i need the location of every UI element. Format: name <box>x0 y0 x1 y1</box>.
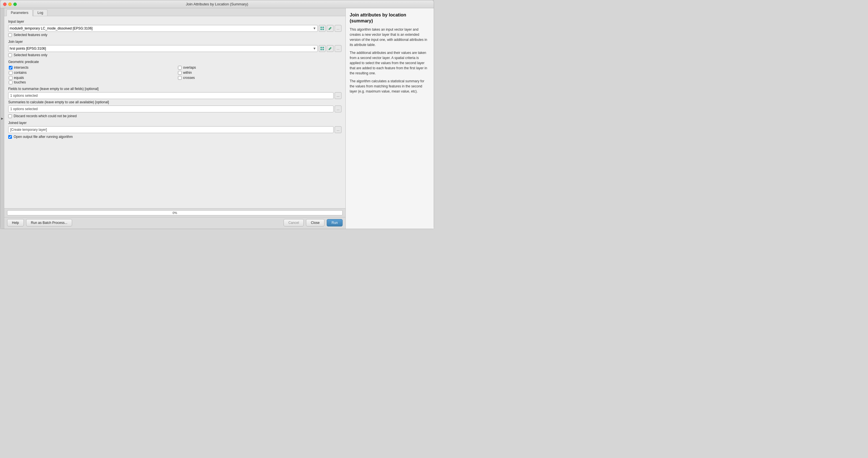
summaries-calculate-combo[interactable]: 1 options selected <box>8 105 334 112</box>
maximize-window-button[interactable] <box>13 3 17 6</box>
predicate-overlaps: overlaps <box>178 65 341 70</box>
predicate-within: within <box>178 70 341 75</box>
predicate-overlaps-label: overlaps <box>183 66 196 69</box>
svg-rect-1 <box>322 27 324 28</box>
input-layer-row: module9_temporary LC_mode_dissolved [EPS… <box>8 25 341 32</box>
predicate-contains: contains <box>9 70 172 75</box>
open-output-checkbox[interactable] <box>8 135 12 139</box>
join-layer-selected-features-row: Selected features only <box>8 53 341 57</box>
input-layer-combo[interactable]: module9_temporary LC_mode_dissolved [EPS… <box>8 25 318 32</box>
join-layer-selected-features-checkbox[interactable] <box>8 53 12 57</box>
fields-summarise-more-button[interactable]: … <box>335 92 341 99</box>
input-layer-selected-features-checkbox[interactable] <box>8 33 12 37</box>
predicate-touches-label: touches <box>14 80 26 84</box>
side-panel-title: Join attributes by location (summary) <box>350 12 430 24</box>
summaries-calculate-label: Summaries to calculate (leave empty to u… <box>8 100 341 104</box>
progress-area: 0% <box>4 208 345 217</box>
fields-summarise-label: Fields to summarise (leave empty to use … <box>8 87 341 91</box>
predicate-overlaps-checkbox[interactable] <box>178 66 182 69</box>
joined-layer-row: [Create temporary layer] … <box>8 126 341 133</box>
fields-summarise-value: 1 options selected <box>10 94 38 98</box>
open-output-label: Open output file after running algorithm <box>13 135 73 139</box>
join-layer-combo[interactable]: hrsl points [EPSG:3106] ▼ <box>8 45 318 52</box>
predicate-equals-checkbox[interactable] <box>9 76 12 80</box>
run-button[interactable]: Run <box>327 219 343 226</box>
close-button[interactable]: Close <box>306 219 324 226</box>
predicate-intersects-checkbox[interactable] <box>9 66 12 69</box>
input-layer-edit-icon[interactable] <box>327 25 334 32</box>
open-output-row: Open output file after running algorithm <box>8 135 341 139</box>
join-layer-value: hrsl points [EPSG:3106] <box>10 46 46 51</box>
geometric-predicate-label: Geometric predicate <box>8 60 341 64</box>
discard-records-checkbox[interactable] <box>8 115 12 118</box>
predicate-within-label: within <box>183 71 192 75</box>
help-button[interactable]: Help <box>7 219 24 226</box>
input-layer-selected-features-row: Selected features only <box>8 33 341 37</box>
side-panel-desc-3: The algorithm calculates a statistical s… <box>350 78 430 94</box>
predicate-intersects: intersects <box>9 65 172 70</box>
tab-parameters[interactable]: Parameters <box>6 9 33 16</box>
run-as-batch-button[interactable]: Run as Batch Process... <box>26 219 72 226</box>
geometric-predicate-section: intersects overlaps contains within <box>8 65 341 85</box>
svg-rect-5 <box>322 47 324 48</box>
minimize-window-button[interactable] <box>8 3 12 6</box>
discard-records-label: Discard records which could not be joine… <box>13 114 76 118</box>
predicate-contains-checkbox[interactable] <box>9 71 12 75</box>
joined-layer-label: Joined layer <box>8 121 341 125</box>
svg-rect-3 <box>322 29 324 30</box>
predicate-crosses-label: crosses <box>183 76 195 80</box>
right-button-group: Cancel Close Run <box>284 219 343 226</box>
predicate-crosses-checkbox[interactable] <box>178 76 182 80</box>
input-layer-selected-features-label: Selected features only <box>13 33 48 37</box>
title-bar: Join Attributes by Location (Summary) <box>0 0 434 8</box>
side-panel: Join attributes by location (summary) Th… <box>346 8 434 229</box>
join-layer-label: Join layer <box>8 40 341 44</box>
progress-bar: 0% <box>7 210 343 216</box>
close-window-button[interactable] <box>3 3 6 6</box>
joined-layer-value: [Create temporary layer] <box>10 128 47 132</box>
side-panel-desc-2: The additional attributes and their valu… <box>350 50 430 76</box>
joined-layer-input[interactable]: [Create temporary layer] <box>8 126 334 133</box>
summaries-calculate-value: 1 options selected <box>10 107 38 111</box>
join-layer-more-icon[interactable]: … <box>335 45 341 52</box>
predicate-within-checkbox[interactable] <box>178 71 182 75</box>
predicate-crosses: crosses <box>178 75 341 80</box>
summaries-calculate-row: 1 options selected … <box>8 105 341 112</box>
input-layer-select-icon[interactable] <box>319 25 326 32</box>
join-layer-row: hrsl points [EPSG:3106] ▼ … <box>8 45 341 52</box>
fields-summarise-row: 1 options selected … <box>8 92 341 99</box>
svg-rect-7 <box>322 49 324 50</box>
predicate-grid: intersects overlaps contains within <box>8 65 341 80</box>
tab-log[interactable]: Log <box>33 9 48 16</box>
svg-rect-4 <box>320 47 322 48</box>
join-layer-selected-features-label: Selected features only <box>13 53 48 57</box>
tab-bar: Parameters Log <box>4 8 345 16</box>
predicate-contains-label: contains <box>14 71 27 75</box>
join-layer-arrow-icon: ▼ <box>313 46 316 51</box>
input-layer-more-icon[interactable]: … <box>335 25 341 32</box>
summaries-calculate-more-button[interactable]: … <box>335 105 341 112</box>
predicate-intersects-label: intersects <box>14 66 28 69</box>
progress-label: 0% <box>173 211 177 215</box>
main-window: Join Attributes by Location (Summary) ▶ … <box>0 0 434 229</box>
parameters-area: Input layer module9_temporary LC_mode_di… <box>4 16 345 208</box>
input-layer-value: module9_temporary LC_mode_dissolved [EPS… <box>10 26 93 30</box>
join-layer-edit-icon[interactable] <box>327 45 334 52</box>
predicate-touches-row: touches <box>8 80 341 85</box>
fields-summarise-combo[interactable]: 1 options selected <box>8 92 334 99</box>
predicate-touches-checkbox[interactable] <box>9 80 12 84</box>
side-panel-desc-1: This algorithm takes an input vector lay… <box>350 27 430 47</box>
predicate-equals: equals <box>9 75 172 80</box>
traffic-lights <box>3 3 17 6</box>
bottom-buttons: Help Run as Batch Process... Cancel Clos… <box>4 217 345 229</box>
joined-layer-browse-button[interactable]: … <box>335 126 341 133</box>
discard-records-row: Discard records which could not be joine… <box>8 114 341 118</box>
left-button-group: Help Run as Batch Process... <box>7 219 72 226</box>
window-title: Join Attributes by Location (Summary) <box>186 2 248 6</box>
panel-toggle-button[interactable]: ▶ <box>0 8 4 229</box>
join-layer-select-icon[interactable] <box>319 45 326 52</box>
cancel-button[interactable]: Cancel <box>284 219 304 226</box>
input-layer-label: Input layer <box>8 20 341 24</box>
predicate-equals-label: equals <box>14 76 24 80</box>
svg-rect-6 <box>320 49 322 50</box>
